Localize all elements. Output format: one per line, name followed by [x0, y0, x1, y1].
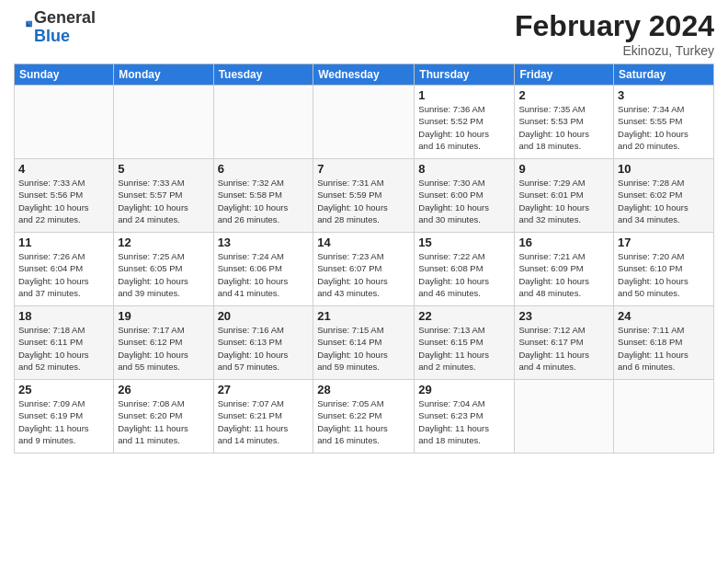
- calendar-cell: 10Sunrise: 7:28 AMSunset: 6:02 PMDayligh…: [614, 159, 714, 233]
- calendar-cell: 2Sunrise: 7:35 AMSunset: 5:53 PMDaylight…: [515, 86, 614, 159]
- day-info: Sunrise: 7:25 AMSunset: 6:05 PMDaylight:…: [118, 250, 209, 299]
- calendar-cell: 24Sunrise: 7:11 AMSunset: 6:18 PMDayligh…: [614, 306, 714, 380]
- day-number: 24: [618, 309, 710, 323]
- day-info: Sunrise: 7:12 AMSunset: 6:17 PMDaylight:…: [518, 324, 609, 373]
- calendar-table: SundayMondayTuesdayWednesdayThursdayFrid…: [14, 63, 714, 454]
- calendar-cell: 6Sunrise: 7:32 AMSunset: 5:58 PMDaylight…: [213, 159, 313, 233]
- calendar-cell: 25Sunrise: 7:09 AMSunset: 6:19 PMDayligh…: [15, 380, 114, 454]
- day-number: 12: [118, 236, 209, 249]
- calendar-cell: 7Sunrise: 7:31 AMSunset: 5:59 PMDaylight…: [313, 159, 415, 233]
- weekday-header-friday: Friday: [515, 64, 614, 86]
- weekday-header-monday: Monday: [114, 64, 213, 86]
- calendar-cell: [614, 380, 714, 454]
- day-number: 21: [317, 309, 410, 323]
- calendar-cell: 1Sunrise: 7:36 AMSunset: 5:52 PMDaylight…: [415, 86, 515, 159]
- header: General Blue February 2024 Ekinozu, Turk…: [14, 9, 714, 58]
- logo: General Blue: [14, 9, 96, 46]
- subtitle: Ekinozu, Turkey: [515, 43, 714, 58]
- day-info: Sunrise: 7:11 AMSunset: 6:18 PMDaylight:…: [618, 324, 710, 373]
- day-number: 7: [317, 162, 410, 176]
- day-number: 10: [618, 162, 710, 176]
- day-number: 22: [418, 309, 510, 323]
- day-number: 9: [518, 162, 609, 176]
- calendar-cell: 12Sunrise: 7:25 AMSunset: 6:05 PMDayligh…: [114, 233, 213, 306]
- day-number: 14: [317, 236, 410, 249]
- weekday-header-wednesday: Wednesday: [313, 64, 415, 86]
- calendar-cell: 29Sunrise: 7:04 AMSunset: 6:23 PMDayligh…: [415, 380, 515, 454]
- calendar-cell: 26Sunrise: 7:08 AMSunset: 6:20 PMDayligh…: [114, 380, 213, 454]
- day-info: Sunrise: 7:31 AMSunset: 5:59 PMDaylight:…: [317, 177, 410, 225]
- logo-general: General: [34, 8, 96, 27]
- day-info: Sunrise: 7:17 AMSunset: 6:12 PMDaylight:…: [118, 324, 209, 373]
- day-info: Sunrise: 7:33 AMSunset: 5:57 PMDaylight:…: [118, 177, 209, 225]
- day-number: 17: [618, 236, 710, 249]
- week-row-3: 11Sunrise: 7:26 AMSunset: 6:04 PMDayligh…: [15, 233, 714, 306]
- weekday-header-row: SundayMondayTuesdayWednesdayThursdayFrid…: [15, 64, 714, 86]
- calendar-cell: 8Sunrise: 7:30 AMSunset: 6:00 PMDaylight…: [415, 159, 515, 233]
- day-number: 29: [418, 383, 510, 396]
- calendar-cell: [515, 380, 614, 454]
- day-info: Sunrise: 7:04 AMSunset: 6:23 PMDaylight:…: [418, 397, 510, 446]
- day-number: 16: [518, 236, 609, 249]
- day-number: 23: [518, 309, 609, 323]
- day-info: Sunrise: 7:32 AMSunset: 5:58 PMDaylight:…: [218, 177, 310, 225]
- calendar-cell: 21Sunrise: 7:15 AMSunset: 6:14 PMDayligh…: [313, 306, 415, 380]
- page: General Blue February 2024 Ekinozu, Turk…: [0, 0, 728, 463]
- day-info: Sunrise: 7:22 AMSunset: 6:08 PMDaylight:…: [418, 250, 510, 299]
- calendar-cell: 28Sunrise: 7:05 AMSunset: 6:22 PMDayligh…: [313, 380, 415, 454]
- day-number: 19: [118, 309, 209, 323]
- calendar-cell: 19Sunrise: 7:17 AMSunset: 6:12 PMDayligh…: [114, 306, 213, 380]
- calendar-cell: 15Sunrise: 7:22 AMSunset: 6:08 PMDayligh…: [415, 233, 515, 306]
- week-row-1: 1Sunrise: 7:36 AMSunset: 5:52 PMDaylight…: [15, 86, 714, 159]
- weekday-header-saturday: Saturday: [614, 64, 714, 86]
- day-info: Sunrise: 7:26 AMSunset: 6:04 PMDaylight:…: [18, 250, 109, 299]
- day-info: Sunrise: 7:36 AMSunset: 5:52 PMDaylight:…: [418, 103, 510, 152]
- calendar-cell: 27Sunrise: 7:07 AMSunset: 6:21 PMDayligh…: [213, 380, 313, 454]
- calendar-cell: 11Sunrise: 7:26 AMSunset: 6:04 PMDayligh…: [15, 233, 114, 306]
- day-info: Sunrise: 7:20 AMSunset: 6:10 PMDaylight:…: [618, 250, 710, 299]
- day-number: 5: [118, 162, 209, 176]
- week-row-2: 4Sunrise: 7:33 AMSunset: 5:56 PMDaylight…: [15, 159, 714, 233]
- day-info: Sunrise: 7:23 AMSunset: 6:07 PMDaylight:…: [317, 250, 410, 299]
- calendar-cell: 5Sunrise: 7:33 AMSunset: 5:57 PMDaylight…: [114, 159, 213, 233]
- day-info: Sunrise: 7:08 AMSunset: 6:20 PMDaylight:…: [118, 397, 209, 446]
- title-block: February 2024 Ekinozu, Turkey: [515, 9, 714, 58]
- calendar-cell: 3Sunrise: 7:34 AMSunset: 5:55 PMDaylight…: [614, 86, 714, 159]
- month-title: February 2024: [515, 9, 714, 43]
- day-info: Sunrise: 7:30 AMSunset: 6:00 PMDaylight:…: [418, 177, 510, 225]
- weekday-header-thursday: Thursday: [415, 64, 515, 86]
- day-info: Sunrise: 7:28 AMSunset: 6:02 PMDaylight:…: [618, 177, 710, 225]
- calendar-cell: [15, 86, 114, 159]
- day-number: 27: [218, 383, 310, 396]
- day-number: 6: [218, 162, 310, 176]
- calendar-cell: 4Sunrise: 7:33 AMSunset: 5:56 PMDaylight…: [15, 159, 114, 233]
- day-info: Sunrise: 7:05 AMSunset: 6:22 PMDaylight:…: [317, 397, 410, 446]
- day-info: Sunrise: 7:33 AMSunset: 5:56 PMDaylight:…: [18, 177, 109, 225]
- day-info: Sunrise: 7:16 AMSunset: 6:13 PMDaylight:…: [218, 324, 310, 373]
- day-number: 2: [518, 88, 609, 102]
- day-info: Sunrise: 7:24 AMSunset: 6:06 PMDaylight:…: [218, 250, 310, 299]
- calendar-cell: 13Sunrise: 7:24 AMSunset: 6:06 PMDayligh…: [213, 233, 313, 306]
- day-info: Sunrise: 7:09 AMSunset: 6:19 PMDaylight:…: [18, 397, 109, 446]
- day-info: Sunrise: 7:35 AMSunset: 5:53 PMDaylight:…: [518, 103, 609, 152]
- logo-blue: Blue: [34, 27, 70, 45]
- calendar-cell: 9Sunrise: 7:29 AMSunset: 6:01 PMDaylight…: [515, 159, 614, 233]
- calendar-cell: [114, 86, 213, 159]
- day-number: 25: [18, 383, 109, 396]
- day-info: Sunrise: 7:21 AMSunset: 6:09 PMDaylight:…: [518, 250, 609, 299]
- day-info: Sunrise: 7:15 AMSunset: 6:14 PMDaylight:…: [317, 324, 410, 373]
- calendar-cell: 14Sunrise: 7:23 AMSunset: 6:07 PMDayligh…: [313, 233, 415, 306]
- day-number: 4: [18, 162, 109, 176]
- day-info: Sunrise: 7:13 AMSunset: 6:15 PMDaylight:…: [418, 324, 510, 373]
- logo-icon: [14, 18, 32, 37]
- day-info: Sunrise: 7:29 AMSunset: 6:01 PMDaylight:…: [518, 177, 609, 225]
- day-number: 3: [618, 88, 710, 102]
- day-number: 13: [218, 236, 310, 249]
- calendar-cell: 23Sunrise: 7:12 AMSunset: 6:17 PMDayligh…: [515, 306, 614, 380]
- weekday-header-sunday: Sunday: [15, 64, 114, 86]
- day-number: 11: [18, 236, 109, 249]
- day-number: 28: [317, 383, 410, 396]
- calendar-cell: 18Sunrise: 7:18 AMSunset: 6:11 PMDayligh…: [15, 306, 114, 380]
- day-number: 1: [418, 88, 510, 102]
- calendar-cell: 17Sunrise: 7:20 AMSunset: 6:10 PMDayligh…: [614, 233, 714, 306]
